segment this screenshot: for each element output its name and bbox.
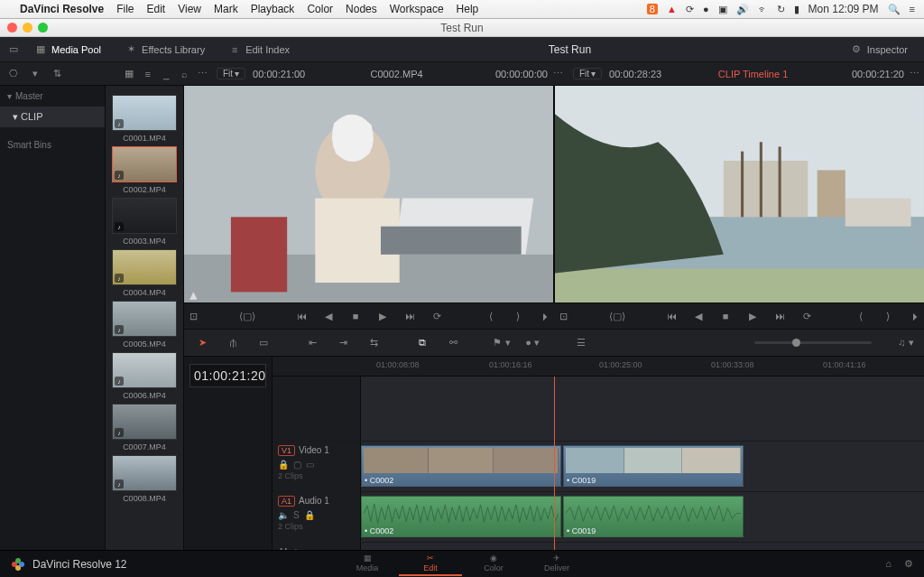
source-options-icon[interactable]: ⋯ [548, 64, 568, 84]
status-wifi-icon[interactable]: ᯤ [758, 4, 768, 14]
flag-icon[interactable]: ⚑ ▾ [493, 334, 511, 352]
prev-frame-icon[interactable]: ◀ [689, 307, 707, 325]
play-icon[interactable]: ▶ [374, 307, 392, 325]
first-frame-icon[interactable]: ⏮ [292, 307, 310, 325]
slider-icon[interactable]: ⎯ [158, 64, 174, 84]
menu-edit[interactable]: Edit [147, 3, 166, 15]
menu-list-icon[interactable]: ≡ [910, 4, 915, 14]
clip-thumb[interactable]: ♪C0003.MP4 [112, 198, 177, 246]
match-frame-icon[interactable]: ⊡ [554, 307, 572, 325]
more-icon[interactable]: ⋯ [195, 64, 211, 84]
mark-clip-icon[interactable]: ⏵ [906, 307, 924, 325]
status-arrow-icon[interactable]: ▲ [667, 4, 677, 14]
menu-nodes[interactable]: Nodes [346, 3, 377, 15]
view-options-icon[interactable]: ☰ [572, 334, 590, 352]
timeline-tracks[interactable]: V1Video 1 🔒▢▭ 2 Clips • C0002 • C0 [273, 377, 924, 567]
clip-thumb[interactable]: ♪C0006.MP4 [112, 352, 177, 400]
next-frame-icon[interactable]: ⏭ [401, 307, 419, 325]
menu-file[interactable]: File [116, 3, 134, 15]
clip-thumb[interactable]: ♪C0008.MP4 [112, 455, 177, 503]
audio-clip[interactable]: • C0002 [361, 496, 561, 537]
menu-color[interactable]: Color [307, 3, 333, 15]
master-timecode[interactable]: 01:00:21:20 [189, 364, 266, 387]
menu-playback[interactable]: Playback [251, 3, 295, 15]
stop-icon[interactable]: ■ [716, 307, 735, 325]
playhead[interactable] [554, 377, 555, 567]
source-clip-name[interactable]: C0002.MP4 [305, 69, 488, 79]
expand-icon[interactable]: ▾ [25, 64, 45, 84]
status-sync-icon[interactable]: ⟳ [686, 4, 694, 15]
menu-view[interactable]: View [178, 3, 201, 15]
v1-header[interactable]: V1Video 1 🔒▢▭ 2 Clips [273, 442, 361, 491]
blade-tool-icon[interactable]: ▭ [254, 334, 273, 352]
deliver-page-tab[interactable]: ✈Deliver [525, 552, 588, 576]
mute-icon[interactable]: 🔈 [278, 510, 289, 520]
timeline-fit-dropdown[interactable]: Fit ▾ [573, 68, 602, 79]
sort-icon[interactable]: ⇅ [47, 64, 67, 84]
home-icon[interactable]: ⌂ [885, 558, 892, 570]
status-orange-icon[interactable]: 8 [647, 4, 658, 14]
app-name-menu[interactable]: DaVinci Resolve [20, 3, 104, 15]
auto-select-icon[interactable]: ▭ [306, 460, 314, 470]
clip-thumb[interactable]: ♪C0005.MP4 [112, 301, 177, 349]
play-icon[interactable]: ▶ [744, 307, 762, 325]
clip-thumb[interactable]: ♪C0007.MP4 [112, 404, 177, 451]
clip-thumb[interactable]: ♪C0002.MP4 [112, 146, 177, 194]
status-volume-icon[interactable]: 🔊 [736, 4, 749, 15]
edit-index-tab[interactable]: ≡ Edit Index [219, 40, 299, 60]
program-viewer[interactable] [555, 86, 924, 302]
media-page-tab[interactable]: ▦Media [336, 552, 399, 576]
audio-clip[interactable]: • C0019 [563, 496, 744, 537]
first-frame-icon[interactable]: ⏮ [662, 307, 680, 325]
zoom-slider[interactable] [754, 341, 872, 344]
video-clip[interactable]: • C0019 [563, 445, 744, 487]
link-icon[interactable]: ⚯ [444, 334, 462, 352]
menu-workspace[interactable]: Workspace [390, 3, 444, 15]
match-frame-icon[interactable]: ⊡ [184, 307, 202, 325]
media-pool-tab[interactable]: ▦ Media Pool [25, 40, 110, 60]
trim-tool-icon[interactable]: ⫛ [224, 334, 242, 352]
edit-page-tab[interactable]: ✂Edit [399, 552, 462, 576]
smart-bins-header[interactable]: Smart Bins [0, 135, 105, 155]
loop-icon[interactable]: ⟳ [428, 307, 446, 325]
lock-icon[interactable]: 🔒 [304, 510, 315, 520]
list-view-icon[interactable]: ≡ [139, 64, 155, 84]
layout-icon[interactable]: ▭ [7, 43, 20, 56]
timeline-options-icon[interactable]: ⋯ [904, 64, 924, 84]
color-page-tab[interactable]: ◉Color [462, 552, 525, 576]
mark-out-icon[interactable]: ⟩ [509, 307, 527, 325]
menu-help[interactable]: Help [457, 3, 479, 15]
marker-icon[interactable]: ● ▾ [523, 334, 541, 352]
clip-thumb[interactable]: ♪C0001.MP4 [112, 95, 177, 143]
mark-clip-icon[interactable]: ⏵ [536, 307, 554, 325]
audio-meter-icon[interactable]: ♫ ▾ [897, 334, 915, 352]
stop-icon[interactable]: ■ [346, 307, 365, 325]
inspector-tab[interactable]: ⚙ Inspector [841, 40, 917, 60]
status-box-icon[interactable]: ▣ [718, 4, 727, 15]
jog-icon[interactable]: ⟨▢⟩ [608, 307, 626, 325]
clip-thumb[interactable]: ♪C0004.MP4 [112, 249, 177, 297]
insert-icon[interactable]: ⇤ [303, 334, 321, 352]
grid-view-icon[interactable]: ▦ [121, 64, 137, 84]
track-enable-icon[interactable]: ▢ [293, 460, 301, 470]
lock-icon[interactable]: 🔒 [278, 460, 289, 470]
solo-icon[interactable]: S [293, 510, 300, 520]
search-icon[interactable]: ⌕ [176, 64, 192, 84]
mark-out-icon[interactable]: ⟩ [879, 307, 897, 325]
effects-library-tab[interactable]: ✶ Effects Library [116, 40, 214, 60]
loop-icon[interactable]: ⟳ [798, 307, 816, 325]
mark-in-icon[interactable]: ⟨ [852, 307, 870, 325]
zoom-window-button[interactable] [38, 23, 48, 33]
source-viewer[interactable] [184, 86, 553, 302]
a1-header[interactable]: A1Audio 1 🔈S🔒 2 Clips [273, 492, 361, 542]
spotlight-icon[interactable]: 🔍 [888, 4, 901, 15]
jog-icon[interactable]: ⟨▢⟩ [238, 307, 256, 325]
snap-icon[interactable]: ⧉ [413, 334, 431, 352]
clip-bin[interactable]: ▾ CLIP [0, 107, 105, 127]
status-cloud-icon[interactable]: ● [703, 4, 709, 14]
filter-icon[interactable]: ⎔ [4, 64, 23, 84]
timeline-name[interactable]: CLIP Timeline 1 [661, 69, 845, 79]
source-fit-dropdown[interactable]: Fit ▾ [217, 68, 245, 79]
menubar-clock[interactable]: Mon 12:09 PM [808, 3, 879, 15]
minimize-window-button[interactable] [23, 23, 32, 33]
